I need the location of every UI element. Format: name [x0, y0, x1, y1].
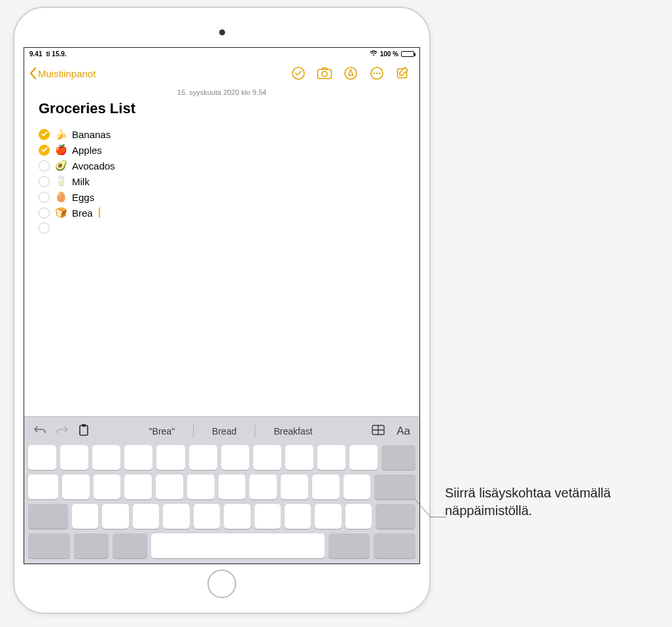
chevron-left-icon	[29, 67, 37, 79]
back-button[interactable]: Muistiinpanot	[29, 67, 96, 79]
checkbox-checked-icon[interactable]	[39, 129, 50, 140]
item-text[interactable]: Bananas	[72, 129, 111, 140]
checkbox-unchecked-icon[interactable]	[39, 192, 50, 203]
key[interactable]	[62, 475, 90, 499]
key[interactable]	[221, 445, 249, 470]
key[interactable]	[60, 445, 88, 470]
home-button[interactable]	[207, 569, 236, 598]
key[interactable]	[219, 475, 246, 499]
ipad-frame: 9.41 ti 15.9. 100 % Muistiinpanot	[13, 7, 431, 614]
checklist-item[interactable]: 🥛Milk	[39, 173, 405, 189]
keyboard-toolbar: "Brea" Bread Breakfast Aa	[28, 421, 416, 445]
suggestion-2[interactable]: Breakfast	[264, 426, 321, 437]
status-bar: 9.41 ti 15.9. 100 %	[24, 48, 419, 60]
keyboard[interactable]: "Brea" Bread Breakfast Aa	[24, 416, 419, 564]
checklist-item[interactable]: 🍎Apples	[39, 142, 405, 158]
callout-leader	[399, 491, 451, 530]
camera-button[interactable]	[313, 62, 336, 84]
key[interactable]	[72, 504, 98, 529]
svg-point-7	[379, 73, 380, 74]
item-text[interactable]: Brea	[72, 207, 93, 219]
key[interactable]	[285, 445, 313, 470]
numbers-key[interactable]	[28, 533, 70, 558]
svg-rect-9	[80, 425, 88, 435]
compose-button[interactable]	[392, 62, 414, 84]
kb-row-2	[28, 475, 416, 499]
item-text[interactable]: Eggs	[72, 192, 94, 203]
checklist[interactable]: 🍌Bananas🍎Apples🥑Avocados🥛Milk🥚Eggs🍞Brea	[24, 126, 419, 236]
key[interactable]	[189, 445, 217, 470]
suggestion-1[interactable]: Bread	[203, 426, 245, 437]
item-emoji: 🥛	[55, 175, 67, 187]
note-body[interactable]: 15. syyskuuta 2020 klo 9.54 Groceries Li…	[24, 87, 419, 564]
key[interactable]	[224, 504, 250, 529]
key[interactable]	[94, 475, 121, 499]
table-button[interactable]	[372, 425, 385, 437]
key[interactable]	[345, 504, 372, 529]
wifi-icon	[370, 50, 378, 58]
status-time: 9.41	[29, 50, 42, 58]
status-date: ti 15.9.	[46, 50, 66, 58]
format-button[interactable]: Aa	[397, 425, 410, 438]
key[interactable]	[344, 475, 371, 499]
key[interactable]	[315, 504, 341, 529]
backspace-key[interactable]	[381, 445, 416, 470]
item-text[interactable]: Avocados	[72, 160, 115, 171]
checkbox-unchecked-icon[interactable]	[39, 176, 50, 187]
svg-point-6	[376, 73, 378, 74]
item-emoji: 🥚	[55, 191, 67, 203]
numbers-key[interactable]	[328, 533, 370, 558]
key[interactable]	[163, 504, 189, 529]
mic-key[interactable]	[113, 533, 147, 558]
checklist-button[interactable]	[287, 62, 309, 84]
markup-button[interactable]	[340, 62, 362, 84]
suggestion-0[interactable]: "Brea"	[140, 426, 185, 437]
key[interactable]	[124, 475, 152, 499]
undo-button[interactable]	[33, 425, 46, 437]
bezel-top	[24, 17, 420, 47]
svg-point-2	[322, 71, 327, 77]
battery-percent: 100 %	[380, 50, 398, 58]
checklist-item[interactable]: 🥚Eggs	[39, 189, 405, 205]
note-timestamp: 15. syyskuuta 2020 klo 9.54	[24, 87, 419, 100]
checkbox-checked-icon[interactable]	[39, 145, 50, 156]
key[interactable]	[124, 445, 152, 470]
checklist-item[interactable]: 🍞Brea	[39, 205, 405, 221]
item-text[interactable]: Apples	[72, 145, 102, 156]
key[interactable]	[285, 504, 311, 529]
checklist-item[interactable]	[39, 221, 405, 236]
item-text[interactable]: Milk	[72, 176, 90, 187]
redo-button[interactable]	[56, 425, 69, 437]
checkbox-unchecked-icon[interactable]	[39, 160, 50, 171]
key[interactable]	[194, 504, 220, 529]
key[interactable]	[312, 475, 340, 499]
key[interactable]	[133, 504, 159, 529]
key[interactable]	[156, 445, 185, 470]
checkbox-unchecked-icon[interactable]	[39, 207, 50, 219]
key[interactable]	[317, 445, 345, 470]
key[interactable]	[249, 475, 277, 499]
checklist-item[interactable]: 🥑Avocados	[39, 158, 405, 173]
key[interactable]	[255, 504, 281, 529]
tab-key[interactable]	[28, 475, 58, 499]
key[interactable]	[187, 475, 215, 499]
checkbox-unchecked-icon[interactable]	[39, 223, 50, 234]
space-key[interactable]	[151, 533, 325, 558]
key[interactable]	[92, 445, 120, 470]
hide-keyboard-key[interactable]	[374, 533, 416, 558]
key[interactable]	[102, 504, 128, 529]
note-title[interactable]: Groceries List	[24, 100, 419, 117]
key[interactable]	[156, 475, 183, 499]
key[interactable]	[253, 445, 281, 470]
screen: 9.41 ti 15.9. 100 % Muistiinpanot	[24, 47, 420, 564]
key[interactable]	[28, 445, 56, 470]
globe-key[interactable]	[74, 533, 109, 558]
checklist-item[interactable]: 🍌Bananas	[39, 126, 405, 142]
key[interactable]	[281, 475, 308, 499]
key[interactable]	[349, 445, 378, 470]
svg-point-5	[374, 73, 375, 74]
shift-key[interactable]	[28, 504, 68, 529]
clipboard-button[interactable]	[78, 423, 90, 439]
callout-text: Siirrä lisäyskohtaa vetämällä näppäimist…	[445, 484, 661, 520]
more-button[interactable]	[366, 62, 388, 84]
